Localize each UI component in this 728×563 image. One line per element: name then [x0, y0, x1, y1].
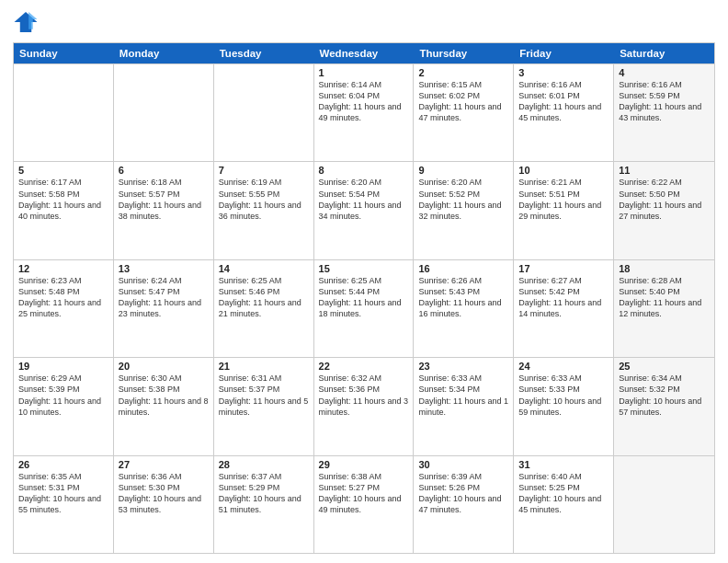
calendar-row-3: 19Sunrise: 6:29 AM Sunset: 5:39 PM Dayli… — [14, 357, 714, 454]
weekday-header-tuesday: Tuesday — [214, 43, 314, 63]
day-cell-21: 21Sunrise: 6:31 AM Sunset: 5:37 PM Dayli… — [214, 358, 314, 454]
day-cell-22: 22Sunrise: 6:32 AM Sunset: 5:36 PM Dayli… — [314, 358, 415, 454]
calendar: SundayMondayTuesdayWednesdayThursdayFrid… — [13, 42, 715, 554]
day-info: Sunrise: 6:36 AM Sunset: 5:30 PM Dayligh… — [119, 471, 209, 516]
day-info: Sunrise: 6:14 AM Sunset: 6:04 PM Dayligh… — [319, 79, 409, 124]
day-number: 5 — [18, 165, 108, 176]
day-info: Sunrise: 6:33 AM Sunset: 5:34 PM Dayligh… — [418, 373, 508, 418]
empty-cell-0-2 — [214, 64, 314, 161]
day-number: 1 — [319, 67, 409, 78]
day-cell-19: 19Sunrise: 6:29 AM Sunset: 5:39 PM Dayli… — [14, 358, 114, 454]
day-info: Sunrise: 6:25 AM Sunset: 5:46 PM Dayligh… — [219, 275, 309, 320]
day-number: 17 — [518, 263, 609, 274]
calendar-row-0: 1Sunrise: 6:14 AM Sunset: 6:04 PM Daylig… — [14, 63, 714, 161]
day-info: Sunrise: 6:16 AM Sunset: 6:01 PM Dayligh… — [518, 79, 609, 124]
day-number: 16 — [418, 263, 508, 274]
calendar-row-1: 5Sunrise: 6:17 AM Sunset: 5:58 PM Daylig… — [14, 161, 714, 259]
day-number: 28 — [219, 459, 309, 470]
day-cell-3: 3Sunrise: 6:16 AM Sunset: 6:01 PM Daylig… — [514, 64, 614, 161]
day-cell-4: 4Sunrise: 6:16 AM Sunset: 5:59 PM Daylig… — [614, 64, 714, 161]
day-info: Sunrise: 6:28 AM Sunset: 5:40 PM Dayligh… — [619, 275, 710, 320]
day-info: Sunrise: 6:34 AM Sunset: 5:32 PM Dayligh… — [619, 373, 710, 418]
day-cell-1: 1Sunrise: 6:14 AM Sunset: 6:04 PM Daylig… — [314, 64, 415, 161]
day-number: 10 — [518, 165, 609, 176]
day-number: 2 — [418, 67, 508, 78]
day-info: Sunrise: 6:19 AM Sunset: 5:55 PM Dayligh… — [219, 177, 309, 222]
day-number: 23 — [418, 361, 508, 372]
day-cell-27: 27Sunrise: 6:36 AM Sunset: 5:30 PM Dayli… — [114, 456, 214, 553]
day-info: Sunrise: 6:40 AM Sunset: 5:25 PM Dayligh… — [518, 471, 609, 516]
day-info: Sunrise: 6:33 AM Sunset: 5:33 PM Dayligh… — [518, 373, 609, 418]
day-number: 19 — [18, 361, 108, 372]
day-info: Sunrise: 6:29 AM Sunset: 5:39 PM Dayligh… — [18, 373, 108, 418]
day-cell-23: 23Sunrise: 6:33 AM Sunset: 5:34 PM Dayli… — [414, 358, 514, 454]
day-cell-15: 15Sunrise: 6:25 AM Sunset: 5:44 PM Dayli… — [314, 260, 415, 357]
day-info: Sunrise: 6:18 AM Sunset: 5:57 PM Dayligh… — [119, 177, 209, 222]
day-number: 30 — [418, 459, 508, 470]
day-number: 15 — [319, 263, 409, 274]
svg-marker-0 — [15, 12, 38, 32]
day-info: Sunrise: 6:37 AM Sunset: 5:29 PM Dayligh… — [219, 471, 309, 516]
day-cell-6: 6Sunrise: 6:18 AM Sunset: 5:57 PM Daylig… — [114, 162, 214, 259]
day-number: 4 — [619, 67, 710, 78]
day-cell-8: 8Sunrise: 6:20 AM Sunset: 5:54 PM Daylig… — [314, 162, 415, 259]
day-number: 11 — [619, 165, 710, 176]
day-info: Sunrise: 6:30 AM Sunset: 5:38 PM Dayligh… — [119, 373, 209, 418]
day-info: Sunrise: 6:23 AM Sunset: 5:48 PM Dayligh… — [18, 275, 108, 320]
day-number: 29 — [319, 459, 409, 470]
day-number: 7 — [219, 165, 309, 176]
day-info: Sunrise: 6:17 AM Sunset: 5:58 PM Dayligh… — [18, 177, 108, 222]
day-cell-9: 9Sunrise: 6:20 AM Sunset: 5:52 PM Daylig… — [414, 162, 514, 259]
day-info: Sunrise: 6:38 AM Sunset: 5:27 PM Dayligh… — [319, 471, 409, 516]
empty-cell-0-0 — [14, 64, 114, 161]
logo — [13, 9, 42, 35]
weekday-header-friday: Friday — [514, 43, 614, 63]
day-info: Sunrise: 6:25 AM Sunset: 5:44 PM Dayligh… — [319, 275, 409, 320]
calendar-body: 1Sunrise: 6:14 AM Sunset: 6:04 PM Daylig… — [14, 63, 714, 553]
day-number: 26 — [18, 459, 108, 470]
day-number: 3 — [518, 67, 609, 78]
day-cell-20: 20Sunrise: 6:30 AM Sunset: 5:38 PM Dayli… — [114, 358, 214, 454]
day-cell-29: 29Sunrise: 6:38 AM Sunset: 5:27 PM Dayli… — [314, 456, 415, 553]
day-info: Sunrise: 6:22 AM Sunset: 5:50 PM Dayligh… — [619, 177, 710, 222]
day-number: 31 — [518, 459, 609, 470]
day-cell-2: 2Sunrise: 6:15 AM Sunset: 6:02 PM Daylig… — [414, 64, 514, 161]
day-cell-31: 31Sunrise: 6:40 AM Sunset: 5:25 PM Dayli… — [514, 456, 614, 553]
day-cell-7: 7Sunrise: 6:19 AM Sunset: 5:55 PM Daylig… — [214, 162, 314, 259]
weekday-header-wednesday: Wednesday — [314, 43, 415, 63]
day-info: Sunrise: 6:15 AM Sunset: 6:02 PM Dayligh… — [418, 79, 508, 124]
day-number: 24 — [518, 361, 609, 372]
day-cell-17: 17Sunrise: 6:27 AM Sunset: 5:42 PM Dayli… — [514, 260, 614, 357]
day-info: Sunrise: 6:20 AM Sunset: 5:54 PM Dayligh… — [319, 177, 409, 222]
empty-cell-4-6 — [614, 456, 714, 553]
calendar-row-2: 12Sunrise: 6:23 AM Sunset: 5:48 PM Dayli… — [14, 259, 714, 357]
day-number: 20 — [119, 361, 209, 372]
day-number: 13 — [119, 263, 209, 274]
day-cell-24: 24Sunrise: 6:33 AM Sunset: 5:33 PM Dayli… — [514, 358, 614, 454]
day-number: 6 — [119, 165, 209, 176]
day-info: Sunrise: 6:21 AM Sunset: 5:51 PM Dayligh… — [518, 177, 609, 222]
day-cell-30: 30Sunrise: 6:39 AM Sunset: 5:26 PM Dayli… — [414, 456, 514, 553]
day-number: 9 — [418, 165, 508, 176]
day-cell-13: 13Sunrise: 6:24 AM Sunset: 5:47 PM Dayli… — [114, 260, 214, 357]
day-cell-14: 14Sunrise: 6:25 AM Sunset: 5:46 PM Dayli… — [214, 260, 314, 357]
day-number: 21 — [219, 361, 309, 372]
day-info: Sunrise: 6:32 AM Sunset: 5:36 PM Dayligh… — [319, 373, 409, 418]
weekday-header-monday: Monday — [114, 43, 214, 63]
day-cell-16: 16Sunrise: 6:26 AM Sunset: 5:43 PM Dayli… — [414, 260, 514, 357]
calendar-row-4: 26Sunrise: 6:35 AM Sunset: 5:31 PM Dayli… — [14, 455, 714, 553]
day-cell-5: 5Sunrise: 6:17 AM Sunset: 5:58 PM Daylig… — [14, 162, 114, 259]
day-info: Sunrise: 6:26 AM Sunset: 5:43 PM Dayligh… — [418, 275, 508, 320]
day-info: Sunrise: 6:16 AM Sunset: 5:59 PM Dayligh… — [619, 79, 710, 124]
day-cell-28: 28Sunrise: 6:37 AM Sunset: 5:29 PM Dayli… — [214, 456, 314, 553]
logo-icon — [13, 9, 39, 35]
day-info: Sunrise: 6:20 AM Sunset: 5:52 PM Dayligh… — [418, 177, 508, 222]
day-number: 22 — [319, 361, 409, 372]
day-number: 25 — [619, 361, 710, 372]
day-cell-18: 18Sunrise: 6:28 AM Sunset: 5:40 PM Dayli… — [614, 260, 714, 357]
day-info: Sunrise: 6:24 AM Sunset: 5:47 PM Dayligh… — [119, 275, 209, 320]
day-cell-12: 12Sunrise: 6:23 AM Sunset: 5:48 PM Dayli… — [14, 260, 114, 357]
day-number: 18 — [619, 263, 710, 274]
empty-cell-0-1 — [114, 64, 214, 161]
day-cell-25: 25Sunrise: 6:34 AM Sunset: 5:32 PM Dayli… — [614, 358, 714, 454]
